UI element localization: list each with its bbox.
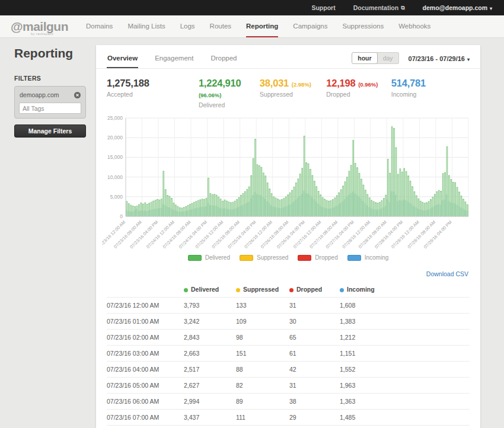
stat-label: Accepted [107,91,199,98]
stat-label: Incoming [391,91,470,98]
cell-value: 1,963 [340,378,470,394]
chevron-down-icon: ▾ [467,57,470,62]
cell-value: 88 [236,362,289,378]
table-row: 07/23/16 01:00 AM3,242109301,383 [107,314,470,330]
tab-overview[interactable]: Overview [107,51,138,68]
cell-value: 65 [289,330,340,346]
domain-filter-tag: demoapp.com ✕ [20,91,81,98]
svg-text:07/26/16 08:00 AM: 07/26/16 08:00 AM [260,219,290,250]
date-range-selector[interactable]: 07/23/16 - 07/29/16 ▾ [409,55,470,62]
column-dot-icon [340,288,344,292]
stat-dropped: 12,198 (0.96%)Dropped [326,78,391,108]
filters-heading: FILTERS [14,75,96,82]
mailgun-logo[interactable]: @mailgun by rackspace [11,15,68,37]
svg-text:07/23/16 08:00 AM: 07/23/16 08:00 AM [113,219,143,250]
nav-item-logs[interactable]: Logs [180,15,195,37]
stat-percentage: (2.98%) [290,81,311,88]
svg-text:07/24/16 04:00 PM: 07/24/16 04:00 PM [178,219,208,250]
nav-item-webhooks[interactable]: Webhooks [398,15,430,37]
hourly-data-table: DeliveredSuppressedDroppedIncoming 07/23… [107,282,470,428]
svg-text:07/27/16 04:00 PM: 07/27/16 04:00 PM [325,219,355,250]
svg-text:07/28/16 08:00 AM: 07/28/16 08:00 AM [358,219,388,250]
nav-item-mailing-lists[interactable]: Mailing Lists [127,15,165,37]
logo-subtitle: by rackspace [31,32,53,36]
legend-item-delivered: Delivered [188,254,230,261]
nav-item-reporting[interactable]: Reporting [246,15,278,37]
chevron-down-icon: ▾ [490,6,492,11]
cell-value: 1,363 [340,394,470,410]
page-body: Reporting FILTERS demoapp.com ✕ Manage F… [0,38,504,428]
cell-value: 2,627 [184,378,236,394]
cell-value: 2,843 [184,330,236,346]
cell-value: 29 [289,410,340,426]
nav-item-domains[interactable]: Domains [86,15,113,37]
svg-text:07/26/16 04:00 PM: 07/26/16 04:00 PM [276,219,306,250]
legend-label: Dropped [315,254,337,261]
cell-timestamp: 07/23/16 05:00 AM [107,378,184,394]
svg-text:0: 0 [120,213,123,219]
column-header-time [107,282,184,298]
cell-value: 3,242 [184,314,236,330]
manage-filters-button[interactable]: Manage Filters [14,124,86,138]
nav-items: DomainsMailing ListsLogsRoutesReportingC… [86,15,445,37]
tab-dropped[interactable]: Dropped [210,51,237,68]
cell-value: 1,608 [340,298,470,314]
svg-text:07/28/16 04:00 PM: 07/28/16 04:00 PM [374,219,404,250]
chart-canvas: 05,00010,00015,00020,00025,00007/23/16 1… [102,114,476,255]
cell-value: 82 [236,378,289,394]
column-header-suppressed: Suppressed [236,282,289,298]
remove-tag-icon[interactable]: ✕ [74,92,81,98]
cell-value: 2,663 [184,346,236,362]
date-range-label: 07/23/16 - 07/29/16 [409,55,465,62]
cell-value: 1,383 [340,314,470,330]
cell-timestamp: 07/23/16 01:00 AM [107,314,184,330]
stat-label: Delivered [199,101,260,108]
stat-percentage: (0.96%) [357,81,378,88]
legend-item-incoming: Incoming [347,254,389,261]
filter-panel: demoapp.com ✕ [14,86,86,119]
legend-item-suppressed: Suppressed [240,254,288,261]
cell-value: 2,517 [184,362,236,378]
svg-text:07/29/16 08:00 AM: 07/29/16 08:00 AM [406,219,436,250]
support-link[interactable]: Support [311,4,335,11]
top-bar: Support Documentation ⧉ demo@demoapp.com… [0,0,504,15]
svg-text:07/29/16 04:00 PM: 07/29/16 04:00 PM [423,219,453,250]
svg-text:07/26/16 12:00 AM: 07/26/16 12:00 AM [243,219,273,250]
account-email: demo@demoapp.com [423,4,487,11]
traffic-chart: 05,00010,00015,00020,00025,00007/23/16 1… [96,112,480,258]
csv-row: Download CSV [96,261,480,281]
svg-text:07/24/16 12:00 AM: 07/24/16 12:00 AM [145,219,176,250]
table-row: 07/23/16 12:00 AM3,793133311,608 [107,298,470,314]
day-toggle-button[interactable]: day [377,52,399,64]
hour-toggle-button[interactable]: hour [352,52,377,64]
cell-value: 1,552 [340,362,470,378]
cell-value: 1,376 [340,426,470,428]
documentation-link[interactable]: Documentation ⧉ [353,4,405,11]
legend-label: Delivered [205,254,230,261]
cell-value: 33 [289,426,340,428]
cell-value: 1,485 [340,410,470,426]
nav-item-campaigns[interactable]: Campaigns [293,15,327,37]
cell-value: 31 [289,298,340,314]
legend-swatch-delivered-icon [188,255,202,261]
cell-value: 133 [236,298,289,314]
svg-text:07/25/16 08:00 AM: 07/25/16 08:00 AM [210,219,241,250]
download-csv-link[interactable]: Download CSV [426,270,468,277]
nav-item-routes[interactable]: Routes [210,15,231,37]
cell-value: 38 [289,394,340,410]
cell-value: 109 [236,314,289,330]
tab-engagement[interactable]: Engagement [154,51,194,68]
svg-text:10,000: 10,000 [107,174,123,180]
stat-value: 1,275,188 [107,78,149,88]
external-link-icon: ⧉ [401,5,404,11]
cell-timestamp: 07/23/16 12:00 AM [107,298,184,314]
table-row: 07/23/16 02:00 AM2,84398651,212 [107,330,470,346]
nav-item-suppressions[interactable]: Suppressions [343,15,384,37]
table-row: 07/23/16 04:00 AM2,51788421,552 [107,362,470,378]
tags-input[interactable] [19,103,81,114]
tabs-holder: OverviewEngagementDropped [107,51,254,68]
stat-label: Dropped [326,91,391,98]
account-menu[interactable]: demo@demoapp.com ▾ [423,4,492,11]
stat-value: 1,224,910 [199,78,241,88]
svg-text:25,000: 25,000 [107,115,123,121]
